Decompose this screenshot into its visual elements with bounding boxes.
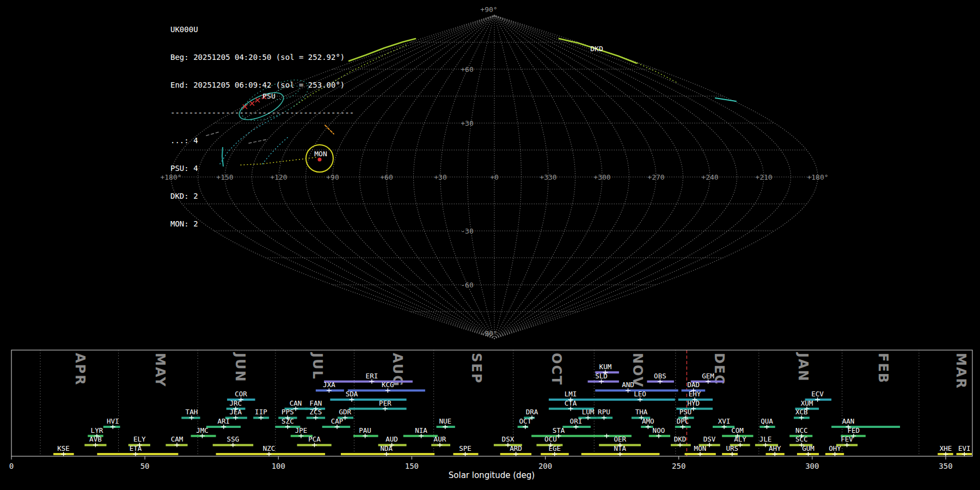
count-dkd: DKD: 2 (170, 192, 354, 201)
shower-label-nda: NDA (381, 444, 393, 452)
shower-label-gem: GEM (702, 372, 714, 380)
map-latitude-label: +90° (480, 5, 497, 14)
shower-peak-mark (656, 434, 661, 438)
map-latitude-label: +60 (461, 65, 473, 74)
shower-label-gum: GUM (802, 444, 814, 452)
shower-label-pca: PCA (308, 435, 321, 443)
map-longitude-label: +60 (380, 173, 393, 181)
shower-peak-mark (384, 452, 389, 456)
shower-label-eta: ETA (130, 444, 142, 452)
shower-peak-mark (832, 452, 837, 456)
shower-label-eri: ERI (366, 372, 378, 380)
observation-header: UK000U Beg: 20251205 04:20:50 (sol = 252… (170, 7, 354, 247)
shower-peak-mark (230, 443, 235, 447)
shower-label-sld: SLD (595, 372, 608, 380)
shower-label-ege: EGE (548, 444, 561, 452)
shower-label-sda: SDA (346, 390, 358, 398)
shower-peak-mark (233, 415, 238, 420)
shower-label-jle: JLE (759, 435, 772, 443)
shower-peak-mark (738, 443, 743, 447)
shower-label-ssg: SSG (227, 435, 240, 443)
shower-peak-mark (293, 407, 298, 411)
shower-label-amo: AMO (642, 417, 654, 425)
shower-label-ncc: NCC (795, 426, 808, 434)
shower-label-tha: THA (635, 408, 648, 416)
shower-peak-mark (259, 415, 264, 420)
shower-label-ori: ORI (570, 417, 583, 425)
shower-label-kcg: KCG (382, 381, 394, 389)
activity-timeline: APRMAYJUNJULAUGSEPOCTNOVDECJANFEBMARKUME… (9, 350, 972, 470)
shower-label-spe: SPE (459, 444, 471, 452)
shower-label-sta: STA (553, 426, 565, 434)
shower-label-kum: KUM (599, 363, 612, 371)
shower-label-can: CAN (290, 399, 302, 407)
radiant-label-dkd: DKD (590, 45, 603, 53)
shower-peak-mark (299, 434, 304, 438)
shower-label-urs: URS (726, 444, 739, 452)
shower-peak-mark (962, 452, 967, 456)
shower-label-cta: CTA (565, 399, 577, 407)
shower-peak-mark (707, 443, 712, 447)
shower-peak-mark (285, 425, 290, 429)
shower-label-ely: ELY (133, 435, 146, 443)
shower-label-ecv: ECV (811, 390, 824, 398)
x-axis-tick-label: 250 (672, 462, 685, 470)
x-axis-tick-label: 150 (405, 462, 419, 470)
count-sporadic: ...: 4 (170, 136, 354, 145)
shower-label-pps: PPS (281, 408, 294, 416)
shower-label-xcb: XCB (795, 408, 808, 416)
shower-peak-mark (691, 407, 696, 411)
shower-peak-mark (443, 425, 448, 429)
header-separator: ---------------------------------------- (170, 108, 354, 118)
shower-peak-mark (799, 415, 804, 420)
shower-label-lyr: LYR (91, 426, 103, 434)
map-track (715, 98, 736, 101)
map-longitude-label: +0 (490, 173, 499, 181)
shower-peak-mark (419, 434, 424, 438)
shower-label-oct: OCT (519, 417, 532, 425)
shower-peak-mark (658, 379, 663, 384)
shower-peak-mark (617, 452, 622, 456)
shower-label-xhe: XHE (940, 444, 952, 452)
month-label-jul: JUL (310, 352, 325, 380)
map-longitude-label: +30 (434, 173, 446, 181)
shower-label-cam: CAM (171, 435, 183, 443)
x-axis-tick-label: 100 (272, 462, 285, 470)
map-latitude-label: -90° (480, 329, 497, 338)
shower-peak-mark (599, 379, 604, 384)
shower-label-ahy: AHY (769, 444, 781, 452)
x-axis-tick-label: 50 (140, 462, 150, 470)
shower-peak-mark (773, 452, 777, 456)
month-label-feb: FEB (875, 353, 891, 384)
shower-peak-mark (552, 452, 557, 456)
map-longitude-label: +180° (807, 173, 828, 181)
shower-label-cor: COR (235, 390, 247, 398)
shower-label-evi: EVI (958, 444, 971, 452)
shower-peak-mark (327, 388, 332, 393)
shower-peak-mark (61, 452, 66, 456)
shower-peak-mark (815, 397, 820, 402)
shower-label-dad: DAD (687, 381, 700, 389)
shower-peak-mark (681, 425, 685, 429)
shower-peak-mark (312, 443, 317, 447)
shower-label-nue: NUE (439, 417, 451, 425)
shower-label-ehy: EHY (689, 390, 701, 398)
shower-label-ard: ARD (510, 444, 522, 452)
shower-label-oer: OER (614, 435, 627, 443)
count-psu: PSU: 4 (170, 164, 354, 173)
shower-label-com: COM (731, 426, 744, 434)
shower-peak-mark (626, 388, 630, 393)
shower-label-qua: QUA (761, 417, 773, 425)
radiant-plot-screen: +180°+150+120+90+60+30+0+330+300+270+240… (0, 0, 980, 490)
station-id: UK000U (170, 25, 354, 34)
shower-peak-mark (363, 434, 367, 438)
shower-label-dsv: DSV (703, 435, 716, 443)
shower-label-gdr: GDR (339, 408, 352, 416)
shower-peak-mark (200, 434, 205, 438)
obs-begin-time: Beg: 20251205 04:20:50 (sol = 252.92°) (170, 53, 354, 62)
shower-peak-mark (383, 407, 388, 411)
shower-label-nzc: NZC (263, 444, 275, 452)
map-longitude-label: +270 (647, 173, 664, 181)
shower-label-aly: ALY (734, 435, 746, 443)
shower-peak-mark (806, 452, 811, 456)
